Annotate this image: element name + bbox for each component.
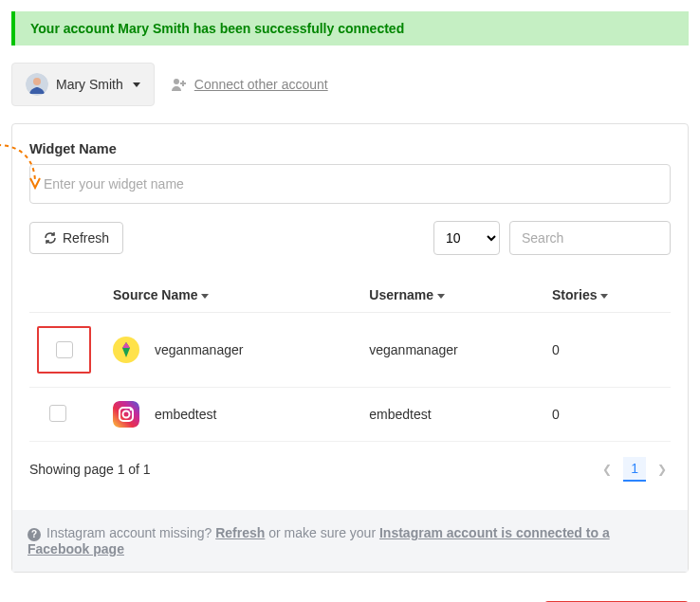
row-checkbox[interactable] — [56, 341, 73, 358]
source-icon — [113, 337, 139, 363]
svg-point-1 — [33, 78, 41, 85]
prev-page[interactable]: ❮ — [599, 461, 616, 478]
username-cell: embedtest — [361, 388, 544, 442]
hint-bar: ?Instagram account missing? Refresh or m… — [12, 510, 688, 572]
table-row: embedtest embedtest 0 — [29, 388, 671, 442]
sort-icon — [201, 294, 209, 299]
account-name: Mary Smith — [56, 77, 123, 92]
success-alert: Your account Mary Smith has been success… — [11, 11, 689, 46]
account-row: Mary Smith Connect other account — [11, 63, 689, 106]
controls-row: Refresh 10 — [29, 221, 671, 255]
user-plus-icon — [172, 78, 187, 91]
avatar-icon — [26, 73, 48, 96]
account-selector[interactable]: Mary Smith — [11, 63, 155, 106]
checkbox-highlight — [37, 326, 91, 374]
stories-cell: 0 — [544, 313, 671, 388]
page-number[interactable]: 1 — [623, 457, 646, 482]
row-checkbox[interactable] — [49, 405, 66, 422]
refresh-icon — [44, 231, 57, 245]
pagination-row: Showing page 1 of 1 ❮ 1 ❯ — [29, 457, 671, 482]
hint-text: or make sure your — [265, 525, 379, 540]
chevron-down-icon — [133, 82, 140, 87]
connect-other-link[interactable]: Connect other account — [194, 77, 328, 92]
pagination: ❮ 1 ❯ — [599, 457, 671, 482]
table-row: veganmanager veganmanager 0 — [29, 313, 671, 388]
hint-text: Instagram account missing? — [46, 525, 215, 540]
page-size-select[interactable]: 10 — [433, 221, 500, 255]
refresh-label: Refresh — [63, 230, 109, 246]
widget-name-label: Widget Name — [29, 141, 671, 156]
instagram-icon — [113, 401, 139, 428]
refresh-button[interactable]: Refresh — [29, 222, 123, 254]
svg-point-7 — [130, 409, 133, 411]
source-name: embedtest — [155, 407, 216, 422]
question-icon: ? — [28, 528, 41, 541]
sort-icon — [600, 294, 608, 299]
search-input[interactable] — [509, 221, 671, 255]
username-cell: veganmanager — [361, 313, 544, 388]
next-page[interactable]: ❯ — [654, 461, 671, 478]
stories-cell: 0 — [544, 388, 671, 442]
svg-point-2 — [174, 79, 179, 84]
source-name: veganmanager — [155, 342, 243, 357]
sort-icon — [437, 294, 445, 299]
success-alert-text: Your account Mary Smith has been success… — [30, 21, 404, 36]
svg-rect-4 — [113, 401, 139, 428]
col-source[interactable]: Source Name — [105, 278, 361, 313]
col-stories[interactable]: Stories — [544, 278, 671, 313]
col-username[interactable]: Username — [361, 278, 544, 313]
hint-refresh-link[interactable]: Refresh — [215, 525, 265, 540]
connect-other-row: Connect other account — [172, 77, 328, 92]
pagination-summary: Showing page 1 of 1 — [29, 462, 151, 477]
widget-name-input[interactable] — [29, 164, 671, 204]
annotation-arrow-checkbox — [0, 140, 49, 192]
sources-table: Source Name Username Stories veganmanage… — [29, 278, 671, 442]
widget-card: Widget Name Refresh 10 Source Name Usern… — [11, 123, 689, 573]
